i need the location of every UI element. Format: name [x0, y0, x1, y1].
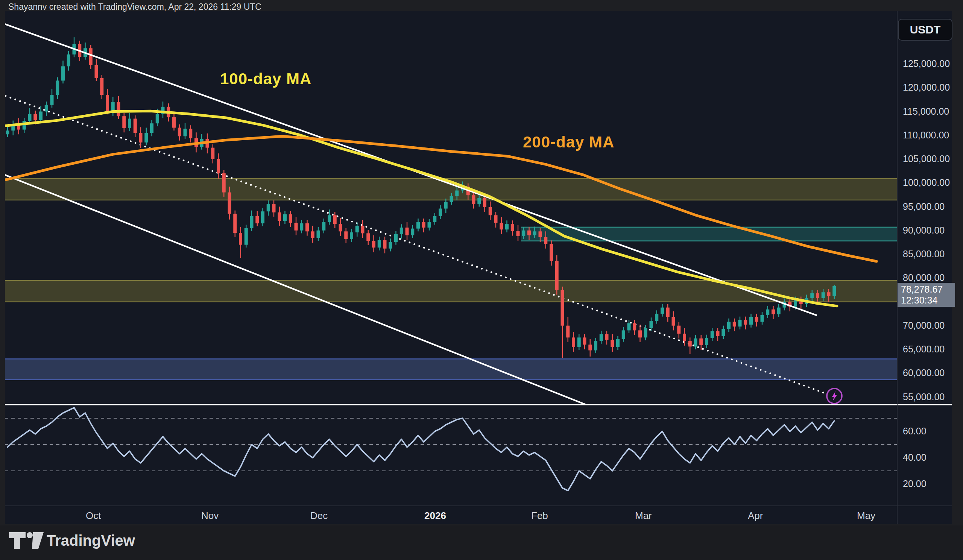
price-tick: 70,000.00: [903, 320, 945, 331]
time-tick: Nov: [201, 510, 219, 522]
tradingview-brand[interactable]: TradingView: [47, 532, 135, 549]
last-price-value: 78,278.67: [901, 284, 953, 295]
rsi-tick: 60.00: [903, 426, 927, 437]
price-tick: 60,000.00: [903, 367, 945, 378]
candle-countdown: 12:30:34: [901, 295, 953, 306]
price-tick: 85,000.00: [903, 249, 945, 259]
footer-bar: TradingView: [0, 525, 963, 560]
price-tick: 100,000.00: [903, 177, 950, 188]
price-tick: 65,000.00: [903, 344, 945, 354]
ma100-label: 100-day MA: [220, 70, 311, 88]
price-tick: 125,000.00: [903, 58, 950, 69]
time-tick: Feb: [531, 510, 548, 522]
price-tick: 115,000.00: [903, 106, 949, 117]
price-tick: 90,000.00: [903, 225, 945, 236]
price-tick: 55,000.00: [903, 392, 945, 402]
rsi-tick: 40.00: [903, 452, 927, 463]
chart-canvas[interactable]: [0, 0, 963, 560]
time-tick: May: [857, 510, 875, 522]
price-tick: 120,000.00: [903, 82, 950, 93]
price-tick: 80,000.00: [903, 272, 945, 283]
price-tick: 95,000.00: [903, 201, 945, 212]
price-tick: 110,000.00: [903, 130, 949, 141]
time-tick: Dec: [310, 510, 327, 522]
time-tick: Apr: [748, 510, 763, 522]
chart-attribution: Shayannv created with TradingView.com, A…: [8, 2, 261, 12]
time-tick: Oct: [86, 510, 101, 522]
ma200-label: 200-day MA: [523, 133, 614, 151]
price-tick: 105,000.00: [903, 154, 950, 164]
support-zone-blue[interactable]: [5, 359, 897, 380]
last-price-badge: 78,278.67 12:30:34: [898, 283, 955, 307]
time-tick: Mar: [635, 510, 652, 522]
symbol-badge[interactable]: USDT: [898, 19, 952, 40]
rsi-tick: 20.00: [903, 478, 927, 489]
time-tick: 2026: [424, 510, 446, 522]
chart-pane-bg: [5, 11, 952, 524]
